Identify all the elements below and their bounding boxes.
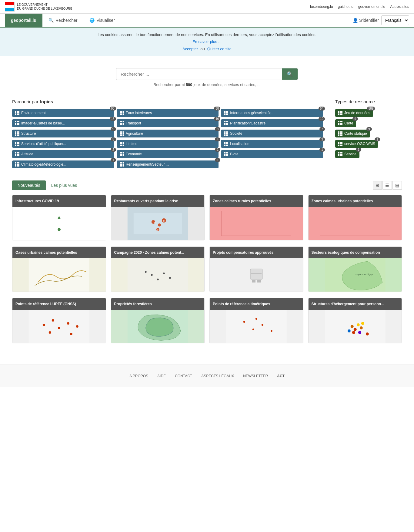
topic-eaux[interactable]: 58 Eaux intérieures [117, 109, 219, 117]
signin-label: S'identifier [359, 18, 379, 23]
topic-economie[interactable]: 1 Economie [117, 150, 219, 158]
svg-rect-18 [250, 269, 262, 279]
card-image [309, 207, 402, 240]
card-campagne[interactable]: Campagne 2020 - Zones calmes potent... [111, 246, 205, 292]
tag-count: 1 [375, 137, 380, 141]
topic-renseignement[interactable]: 1 Renseignement/Secteur ... [117, 160, 219, 168]
svg-rect-21 [251, 273, 262, 274]
topic-environnement[interactable]: 90 Environnement [12, 109, 114, 117]
cookie-accept-link[interactable]: Accepter [182, 45, 198, 52]
tag-label: Informations géoscientifiq... [230, 111, 274, 115]
view-grid-button[interactable]: ⊞ [373, 181, 382, 190]
grid-icon [15, 142, 19, 146]
card-oases[interactable]: Oases urbaines calmes potentielles [12, 246, 106, 292]
svg-rect-33 [226, 310, 287, 343]
topic-societe[interactable]: 7 Société [221, 130, 323, 137]
luxembourg-link[interactable]: luxembourg.lu [310, 5, 333, 9]
footer-aspects-legaux[interactable]: ASPECTS LÉGAUX [201, 374, 234, 378]
resource-ogc-wms[interactable]: 1 service-OGC:WMS [335, 140, 378, 148]
svg-rect-24 [29, 310, 89, 343]
card-points-altimétriques[interactable]: Points de référence altimétriques [209, 298, 303, 343]
logo-text: LE GOUVERNEMENT DU GRAND-DUCHÉ DE LUXEMB… [17, 3, 72, 11]
tag-count: 9 [352, 117, 358, 121]
resource-label: Carte [344, 121, 353, 125]
resource-service[interactable]: 1 Service [335, 150, 359, 158]
search-hint: Rechercher parmi 590 jeux de données, se… [153, 82, 261, 87]
view-list-button[interactable]: ☰ [382, 181, 392, 190]
footer-act[interactable]: ACT [277, 374, 285, 378]
footer-contact[interactable]: CONTACT [175, 374, 192, 378]
grid-icon [15, 111, 19, 115]
card-points-luref[interactable]: Points de référence LUREF (GNSS) [12, 298, 106, 343]
tab-plus-vues[interactable]: Les plus vues [46, 180, 83, 190]
svg-point-16 [169, 277, 171, 279]
topic-imagerie[interactable]: 16 Imagerie/Cartes de base/... [12, 119, 114, 127]
topic-structure[interactable]: 9 Structure [12, 130, 114, 137]
topic-altitude[interactable]: 2 Altitude [12, 150, 114, 158]
cookie-quit-link[interactable]: Quitter ce site [207, 45, 232, 52]
grid-icon [120, 121, 124, 125]
topic-infogeo[interactable]: 54 Informations géoscientifiq... [221, 109, 323, 117]
topics-area: Parcourir par topics 90 Environnement 58… [12, 99, 323, 168]
guichet-link[interactable]: guichet.lu [338, 5, 353, 9]
autres-sites-link[interactable]: Autres sites [390, 5, 409, 9]
signin-button[interactable]: 👤 S'identifier [353, 18, 379, 23]
browse-section: Parcourir par topics 90 Environnement 58… [0, 90, 414, 177]
topic-services-utilite[interactable]: 5 Services d'utilité publique/... [12, 140, 114, 148]
resource-carte[interactable]: 9 Carte [335, 119, 356, 127]
svg-point-37 [271, 330, 272, 332]
card-structures[interactable]: Structures d'hébergement pour personn... [308, 298, 402, 343]
svg-marker-1 [58, 216, 61, 219]
resource-carte-statique[interactable]: 9 Carte statique [335, 130, 370, 137]
topic-limites[interactable]: 4 Limites [117, 140, 219, 148]
topic-transport[interactable]: 10 Transport [117, 119, 219, 127]
card-title: Secteurs écologiques de compensation [309, 247, 402, 258]
gouvernement-link[interactable]: gouvernement.lu [358, 5, 385, 9]
svg-point-42 [356, 323, 359, 326]
card-zones-rurales[interactable]: Zones calmes rurales potentielles [209, 195, 303, 240]
grid-icon [338, 131, 342, 136]
card-secteurs[interactable]: Secteurs écologiques de compensation esp… [308, 246, 402, 292]
visualiser-nav-item[interactable]: 🌐 Visualiser [83, 14, 121, 27]
svg-rect-12 [127, 258, 188, 292]
view-compact-button[interactable]: ▤ [392, 181, 402, 190]
svg-point-30 [49, 331, 51, 334]
footer-a-propos[interactable]: A PROPOS [129, 374, 148, 378]
tag-count: 58 [214, 107, 220, 111]
tag-count: 54 [319, 107, 325, 111]
footer-aide[interactable]: AIDE [157, 374, 166, 378]
topic-climatologie[interactable]: 1 Climatologie/Météorologie... [12, 160, 114, 168]
tag-label: Economie [126, 152, 142, 156]
card-proprietes[interactable]: Propriétés forestières [111, 298, 205, 343]
resource-jeu-de-donnees[interactable]: 589 Jeu de données [335, 109, 373, 117]
search-button[interactable]: 🔍 [282, 68, 298, 80]
cookie-more-link[interactable]: En savoir plus ... [192, 39, 222, 44]
card-projets[interactable]: Projets compensatoires approuvés [209, 246, 303, 292]
cards-row-3: Points de référence LUREF (GNSS) Proprié… [12, 298, 402, 343]
topic-planification[interactable]: 10 Planification/Cadastre [221, 119, 323, 127]
topic-agriculture[interactable]: 8 Agriculture [117, 130, 219, 137]
grid-icon [120, 131, 124, 136]
grid-icon [338, 121, 342, 125]
search-input[interactable] [116, 68, 282, 80]
card-restaurants[interactable]: Restaurants ouverts pendant la crise 6 8… [111, 195, 205, 240]
tag-count: 9 [366, 127, 372, 131]
card-zones-urbaines[interactable]: Zones calmes urbaines potentielles [308, 195, 402, 240]
card-covid[interactable]: Infrastructures COVID-19 [12, 195, 106, 240]
tag-count: 10 [319, 117, 325, 121]
language-select[interactable]: Français Deutsch English [381, 15, 409, 25]
footer-newsletter[interactable]: NEWSLETTER [243, 374, 268, 378]
tag-count: 90 [110, 107, 116, 111]
rechercher-nav-item[interactable]: 🔍 Rechercher [42, 14, 83, 27]
cookie-message: Les cookies assurent le bon fonctionneme… [6, 31, 408, 38]
card-title: Points de référence altimétriques [210, 298, 303, 310]
tag-count: 5 [111, 137, 116, 141]
svg-text:3: 3 [157, 229, 159, 231]
svg-point-43 [359, 326, 362, 329]
brand-link[interactable]: geoportail.lu [5, 14, 42, 27]
tag-label: Eaux intérieures [126, 111, 152, 115]
svg-rect-11 [29, 258, 89, 292]
tab-nouveautes[interactable]: Nouveautés [12, 180, 46, 190]
topic-biote[interactable]: 1 Biote [221, 150, 323, 158]
topic-localisation[interactable]: 3 Localisation [221, 140, 323, 148]
